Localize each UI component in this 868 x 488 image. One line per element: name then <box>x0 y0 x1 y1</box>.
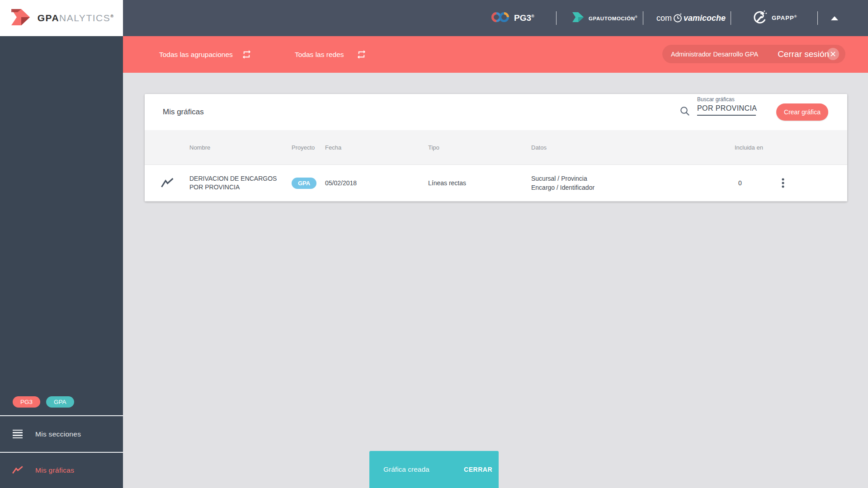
top-header: GPANALYTICS® PG3® GPAUTOMOCIÓN® <box>0 0 868 36</box>
pg3-wordmark: PG3® <box>514 13 534 23</box>
sidebar-badges: PG3 GPA <box>13 396 74 408</box>
collapse-header-arrow-icon[interactable] <box>831 16 838 20</box>
search-input-value: POR PROVINCIA <box>697 104 757 113</box>
gpapp-wordmark: GPAPP® <box>772 14 797 21</box>
gpautomocion-arrow-icon <box>571 11 585 25</box>
sidebar-item-mis-graficas[interactable]: Mis gráficas <box>0 452 123 488</box>
chart-name[interactable]: DERIVACION DE ENCARGOS POR PROVINCIA <box>189 174 292 192</box>
line-chart-icon <box>0 465 35 475</box>
groupings-filter[interactable]: Todas las agrupaciones <box>159 36 233 73</box>
toast-chart-created: Gráfica creada CERRAR <box>369 451 499 488</box>
table-row[interactable]: DERIVACION DE ENCARGOS POR PROVINCIA GPA… <box>145 165 847 202</box>
networks-filter[interactable]: Todas las redes <box>295 36 344 73</box>
compravamicoche-pre: com <box>656 14 672 23</box>
sidebar-item-label: Mis secciones <box>35 430 81 438</box>
gpanalytics-logo: GPANALYTICS® <box>0 0 123 36</box>
filter-bar: Todas las agrupaciones Todas las redes A… <box>123 36 868 73</box>
pg3-infinity-icon <box>491 11 510 25</box>
column-header-proyecto: Proyecto <box>292 144 325 151</box>
toast-message: Gráfica creada <box>383 465 464 474</box>
swap-networks-icon[interactable] <box>356 49 367 61</box>
user-role-select[interactable]: Administrador Desarrollo GPA <box>671 51 758 58</box>
gpanalytics-wordmark: GPANALYTICS® <box>38 13 114 23</box>
page-title: Mis gráficas <box>163 108 204 117</box>
clock-icon <box>672 12 684 24</box>
gpautomocion-wordmark: GPAUTOMOCIÓN® <box>589 15 637 21</box>
my-charts-card: Mis gráficas Buscar gráficas POR PROVINC… <box>145 94 847 202</box>
swap-groupings-icon[interactable] <box>241 49 252 61</box>
toast-close-button[interactable]: CERRAR <box>464 466 492 473</box>
gpautomocion-logo: GPAUTOMOCIÓN® <box>571 11 637 25</box>
column-header-datos: Datos <box>531 144 735 151</box>
compravamicoche-post: vamicoche <box>684 14 726 23</box>
data-line-2: Encargo / Identificador <box>531 183 735 192</box>
gpa-badge: GPA <box>46 396 74 408</box>
table-header: Nombre Proyecto Fecha Tipo Datos Incluid… <box>145 130 847 165</box>
wrench-circle-icon <box>751 9 768 27</box>
included-in-cell: 0 <box>735 179 773 187</box>
header-divider <box>556 11 557 25</box>
project-cell: GPA <box>292 178 325 189</box>
pg3-logo: PG3® <box>491 11 534 25</box>
data-line-1: Sucursal / Provincia <box>531 174 735 183</box>
search-icon <box>679 106 690 118</box>
pg3-badge: PG3 <box>13 396 40 408</box>
search-input[interactable]: Buscar gráficas POR PROVINCIA <box>697 96 756 116</box>
header-divider <box>731 11 731 25</box>
sidebar-item-mis-secciones[interactable]: Mis secciones <box>0 415 123 452</box>
menu-icon <box>0 430 35 438</box>
create-chart-button[interactable]: Crear gráfica <box>776 103 828 121</box>
line-chart-icon <box>145 177 189 189</box>
search-input-label: Buscar gráficas <box>697 96 756 103</box>
column-header-tipo: Tipo <box>428 144 531 151</box>
header-divider <box>643 11 643 25</box>
compravamicoche-logo: com vamicoche <box>656 12 726 24</box>
sidebar: PG3 GPA Mis secciones Mis gráficas <box>0 36 123 488</box>
header-divider <box>817 11 818 25</box>
gpapp-logo: GPAPP® <box>751 9 797 27</box>
date-cell: 05/02/2018 <box>325 179 428 187</box>
column-header-nombre: Nombre <box>189 144 292 151</box>
column-header-fecha: Fecha <box>325 144 428 151</box>
project-badge: GPA <box>292 178 316 189</box>
column-header-incluida-en: Incluida en <box>735 144 773 151</box>
app-root: GPANALYTICS® PG3® GPAUTOMOCIÓN® <box>0 0 868 488</box>
type-cell: Líneas rectas <box>428 179 531 187</box>
logout-button[interactable]: Cerrar sesión <box>778 49 829 59</box>
card-header: Mis gráficas Buscar gráficas POR PROVINC… <box>145 94 847 130</box>
logout-close-icon[interactable] <box>827 48 839 60</box>
data-cell: Sucursal / Provincia Encargo / Identific… <box>531 174 735 192</box>
sidebar-item-label: Mis gráficas <box>35 466 74 474</box>
session-pill: Administrador Desarrollo GPA Cerrar sesi… <box>662 45 845 63</box>
row-menu-kebab-icon[interactable] <box>773 177 847 189</box>
gpanalytics-arrow-icon <box>9 7 32 29</box>
